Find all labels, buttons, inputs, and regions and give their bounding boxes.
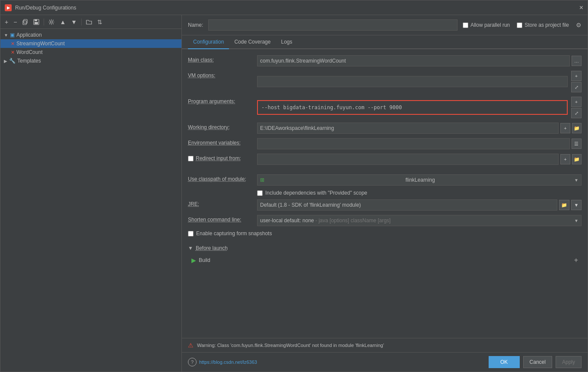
templates-label: Templates	[17, 58, 41, 64]
redirect-input-input[interactable]	[257, 154, 559, 165]
bottom-url: https://blog.csdn.net/lz6363	[199, 359, 257, 365]
settings-button[interactable]	[47, 18, 56, 26]
application-label: Application	[16, 32, 42, 38]
env-vars-edit-button[interactable]: ☰	[572, 139, 582, 149]
classpath-icon: ⊞	[260, 177, 264, 183]
env-vars-value: ☰	[257, 138, 582, 149]
vm-collapse-button[interactable]: ⤢	[571, 82, 582, 92]
shorten-cmd-arrow: ▼	[574, 218, 578, 223]
ok-button[interactable]: OK	[489, 356, 520, 368]
enable-snapshots-checkbox[interactable]	[188, 231, 194, 236]
cancel-button[interactable]: Cancel	[523, 356, 552, 368]
env-vars-input[interactable]	[257, 138, 570, 149]
before-launch-section: ▼ Before launch ▶ Build +	[188, 245, 582, 266]
jre-dropdown-button[interactable]: ▼	[571, 200, 582, 210]
allow-parallel-checkbox[interactable]	[463, 22, 468, 28]
working-dir-row: Working directory: + 📁	[188, 123, 582, 134]
sort-button[interactable]: ⇅	[95, 18, 104, 26]
build-add-button[interactable]: +	[574, 256, 578, 264]
tab-code-coverage[interactable]: Code Coverage	[229, 35, 276, 49]
vm-expand-button[interactable]: +	[571, 71, 582, 81]
expand-icon-2: ▶	[4, 59, 7, 63]
close-button[interactable]: ×	[579, 4, 583, 12]
env-vars-label: Environment variables:	[188, 138, 257, 146]
remove-config-button[interactable]: −	[12, 18, 19, 26]
move-up-button[interactable]: ▲	[58, 18, 67, 26]
program-args-input[interactable]	[259, 102, 566, 113]
shorten-cmd-dropdown[interactable]: user-local default: none - java [options…	[257, 215, 582, 226]
app-icon: ▶	[5, 4, 12, 11]
working-dir-input[interactable]	[257, 123, 559, 134]
allow-parallel-label: Allow parallel run	[470, 22, 510, 28]
env-vars-row: Environment variables: ☰	[188, 138, 582, 149]
jre-browse-button[interactable]: 📁	[559, 200, 569, 210]
copy-config-button[interactable]	[20, 18, 30, 26]
tab-configuration[interactable]: Configuration	[188, 35, 229, 49]
program-args-collapse-button[interactable]: ⤢	[571, 108, 582, 118]
tree-item-wordcount[interactable]: ✕ WordCount	[0, 48, 181, 57]
redirect-input-label: Redirect input from:	[196, 155, 241, 161]
program-args-buttons: + ⤢	[571, 97, 582, 118]
tree-item-streaming[interactable]: ✕ StreamingWortCount	[0, 39, 181, 48]
svg-rect-1	[24, 19, 27, 23]
tree-item-templates[interactable]: ▶ 🔧 Templates	[0, 57, 181, 65]
working-dir-expand-button[interactable]: +	[560, 123, 570, 133]
save-config-button[interactable]	[32, 18, 41, 26]
add-config-button[interactable]: +	[3, 18, 10, 26]
toolbar-separator	[44, 19, 44, 25]
jre-label: JRE:	[188, 199, 257, 207]
build-label: Build	[199, 257, 210, 263]
tab-logs[interactable]: Logs	[276, 35, 297, 49]
config-tree: ▼ ▣ Application ✕ StreamingWortCount ✕ W…	[0, 29, 181, 372]
move-down-button[interactable]: ▼	[69, 18, 79, 26]
classpath-dropdown[interactable]: ⊞ flinkLearning ▼	[257, 174, 582, 186]
wordcount-label: WordCount	[16, 49, 42, 55]
main-class-browse-button[interactable]: …	[572, 56, 582, 66]
before-launch-expand: ▼	[188, 245, 193, 251]
name-input[interactable]: StreamingWortCount	[208, 19, 458, 31]
redirect-expand-button[interactable]: +	[560, 154, 570, 164]
shorten-cmd-text: user-local default: none - java [options…	[260, 218, 391, 224]
warning-text: Warning: Class 'com.fuyun.flink.Streamin…	[197, 343, 384, 348]
main-class-row: Main class: …	[188, 55, 582, 66]
tree-item-application[interactable]: ▼ ▣ Application	[0, 31, 181, 39]
jre-dropdown[interactable]: Default (1.8 - SDK of 'flinkLearning' mo…	[257, 199, 557, 211]
store-project-label: Store as project file	[524, 22, 569, 28]
apply-button[interactable]: Apply	[556, 356, 582, 368]
store-project-gear-icon[interactable]: ⚙	[576, 22, 582, 28]
redirect-input-value: + 📁	[257, 154, 582, 165]
bottom-right: OK Cancel Apply	[489, 356, 582, 368]
enable-snapshots-row: Enable capturing form snapshots	[188, 230, 582, 236]
working-dir-browse-button[interactable]: 📁	[572, 123, 582, 133]
main-content: + − ▲ ▼ ⇅	[0, 15, 588, 372]
classpath-dropdown-arrow: ▼	[574, 178, 578, 183]
program-args-value: + ⤢	[257, 97, 582, 118]
svg-rect-0	[23, 21, 26, 25]
help-button[interactable]: ?	[188, 358, 197, 366]
expand-icon: ▼	[4, 33, 8, 38]
shorten-cmd-value: user-local default: none - java [options…	[257, 215, 582, 226]
vm-options-buttons: + ⤢	[571, 71, 582, 92]
folder-button[interactable]	[84, 18, 94, 26]
right-panel: Name: StreamingWortCount Allow parallel …	[182, 15, 588, 372]
redirect-input-checkbox[interactable]	[188, 156, 194, 161]
svg-rect-4	[35, 22, 38, 24]
redirect-browse-button[interactable]: 📁	[572, 154, 582, 164]
classpath-label: Use classpath of module:	[188, 174, 257, 182]
vm-options-input[interactable]	[257, 76, 568, 87]
svg-point-5	[51, 21, 53, 23]
allow-parallel-group: Allow parallel run	[463, 22, 510, 28]
enable-snapshots-label: Enable capturing form snapshots	[196, 230, 272, 236]
before-launch-title: Before launch	[196, 245, 228, 251]
before-launch-header: ▼ Before launch	[188, 245, 582, 251]
main-class-input[interactable]	[257, 55, 570, 66]
classpath-value: ⊞ flinkLearning ▼	[257, 174, 582, 186]
classpath-row: Use classpath of module: ⊞ flinkLearning…	[188, 174, 582, 186]
vm-options-label: VM options:	[188, 71, 257, 79]
title-bar-left: ▶ Run/Debug Configurations	[5, 4, 76, 11]
redirect-input-container: Redirect input from:	[188, 154, 257, 161]
store-project-checkbox[interactable]	[517, 22, 522, 28]
program-args-expand-button[interactable]: +	[571, 97, 582, 107]
include-deps-checkbox[interactable]	[257, 190, 263, 196]
program-args-row: Program arguments: + ⤢	[188, 97, 582, 118]
